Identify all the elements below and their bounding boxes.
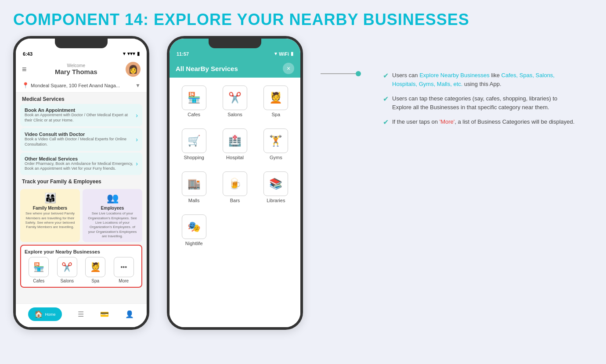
note-2-text: Users can tap these categories (say, caf… xyxy=(392,94,557,111)
nearby-spa[interactable]: 💆 Spa xyxy=(258,82,294,121)
phone2-notch xyxy=(209,39,261,48)
medical-item-2[interactable]: Video Consult with Doctor Book a Video C… xyxy=(20,128,142,150)
nav-list[interactable]: ☰ xyxy=(78,310,84,318)
nearby-gyms-label: Gyms xyxy=(270,155,282,160)
nearby-shopping-label: Shopping xyxy=(184,155,204,160)
wallet-icon: 💳 xyxy=(100,310,109,318)
medical-item-3-desc: Order Pharmacy, Book an Ambulance for Me… xyxy=(25,161,136,171)
nearby-bars-icon: 🍺 xyxy=(223,171,247,196)
note-2: ✔ Users can tap these categories (say, c… xyxy=(383,94,584,111)
explore-section: Explore your Nearby Businesses 🏪 Cafes ✂… xyxy=(20,245,142,288)
track-section-title: Track your Family & Employees xyxy=(16,175,147,186)
phone1-header: ≡ Welcome Mary Thomas 👩 xyxy=(16,59,147,80)
nearby-libraries-label: Libraries xyxy=(267,198,285,203)
phone2-battery-icon: ▮ xyxy=(291,51,293,57)
family-card-2[interactable]: 👥 Employees See Live Locations of your O… xyxy=(83,189,142,242)
medical-item-2-title: Video Consult with Doctor xyxy=(25,132,136,137)
check-icon-3: ✔ xyxy=(383,118,389,126)
note-1-highlight-1: Explore Nearby Businesses xyxy=(419,72,490,79)
medical-item-3-title: Other Medical Services xyxy=(25,156,136,161)
nearby-malls[interactable]: 🏬 Malls xyxy=(176,168,212,207)
family-card-1-title: Family Members xyxy=(24,206,76,211)
modal-header: All NearBy Services × xyxy=(170,59,300,78)
phone2-wifi-icon: WiFi xyxy=(279,51,289,57)
note-3: ✔ If the user taps on 'More', a list of … xyxy=(383,118,584,126)
bottom-nav: 🏠 Home ☰ 💳 👤 xyxy=(16,303,147,327)
phone1-screen: 6:43 ▾ ▾▾▾ ▮ ≡ Welcome Mary Thomas 👩 xyxy=(16,39,147,327)
explore-salons[interactable]: ✂️ Salons xyxy=(57,257,77,283)
cafes-label: Cafes xyxy=(33,278,44,283)
nav-profile[interactable]: 👤 xyxy=(125,310,134,318)
header-center: Welcome Mary Thomas xyxy=(55,63,97,75)
nearby-nightlife[interactable]: 🎭 Nightlife xyxy=(176,211,212,250)
medical-item-1-text: Book An Appointment Book an Appointment … xyxy=(25,107,136,123)
nav-home[interactable]: 🏠 Home xyxy=(28,307,61,321)
chevron-down-icon: ▼ xyxy=(135,82,141,89)
medical-item-1-desc: Book an Appointment with Doctor / Other … xyxy=(25,113,136,123)
check-icon-1: ✔ xyxy=(383,71,389,80)
phone2-screen: 11:57 ▾ WiFi ▮ All NearBy Services × xyxy=(170,39,300,327)
explore-icons: 🏪 Cafes ✂️ Salons 💆 Spa ••• xyxy=(25,257,138,283)
medical-item-3-text: Other Medical Services Order Pharmacy, B… xyxy=(25,156,136,171)
phone2-signal-icon: ▾ xyxy=(274,51,277,57)
nearby-bars[interactable]: 🍺 Bars xyxy=(216,168,253,207)
arrow-icon-2: › xyxy=(136,136,138,143)
nearby-salons-icon: ✂️ xyxy=(223,86,247,110)
hamburger-icon[interactable]: ≡ xyxy=(22,65,27,74)
nearby-salons[interactable]: ✂️ Salons xyxy=(216,82,253,121)
family-section: 👨‍👩‍👧 Family Members See where your belo… xyxy=(16,189,147,242)
salons-icon: ✂️ xyxy=(57,257,77,277)
avatar: 👩 xyxy=(126,62,141,77)
medical-item-3[interactable]: Other Medical Services Order Pharmacy, B… xyxy=(20,153,142,175)
note-3-highlight: 'More' xyxy=(440,118,455,125)
welcome-text: Welcome xyxy=(55,63,97,68)
nav-home-label: Home xyxy=(45,312,55,317)
battery-icon: ▮ xyxy=(137,51,140,57)
explore-cafes[interactable]: 🏪 Cafes xyxy=(29,257,49,283)
connector-dot xyxy=(356,71,361,76)
nearby-salons-label: Salons xyxy=(227,112,242,117)
phone1-notch xyxy=(55,39,108,48)
nearby-spa-icon: 💆 xyxy=(263,86,288,110)
phone1-time: 6:43 xyxy=(23,51,32,57)
profile-icon: 👤 xyxy=(125,310,134,318)
cafes-icon: 🏪 xyxy=(29,257,49,277)
signal-icon: ▾▾▾ xyxy=(127,51,135,57)
phone1-status-icons: ▾ ▾▾▾ ▮ xyxy=(123,51,140,57)
close-button[interactable]: × xyxy=(283,63,294,74)
nearby-libraries[interactable]: 📚 Libraries xyxy=(258,168,294,207)
nearby-shopping[interactable]: 🛒 Shopping xyxy=(176,125,212,164)
nav-wallet[interactable]: 💳 xyxy=(100,310,109,318)
more-label: More xyxy=(119,278,129,283)
medical-section-title: Medical Services xyxy=(16,93,147,104)
nearby-gyms[interactable]: 🏋️ Gyms xyxy=(258,125,294,164)
phone2-status-icons: ▾ WiFi ▮ xyxy=(274,51,293,57)
nearby-hospital-icon: 🏥 xyxy=(223,128,247,153)
phone1-wrapper: 6:43 ▾ ▾▾▾ ▮ ≡ Welcome Mary Thomas 👩 xyxy=(13,36,149,330)
nearby-hospital-label: Hospital xyxy=(226,155,244,160)
modal-body: 🏪 Cafes ✂️ Salons 💆 Spa 🛒 xyxy=(170,78,300,327)
note-1: ✔ Users can Explore Nearby Businesses li… xyxy=(383,71,584,88)
spa-label: Spa xyxy=(91,278,99,283)
explore-more[interactable]: ••• More xyxy=(114,257,134,283)
nearby-cafes-icon: 🏪 xyxy=(182,86,206,110)
nearby-nightlife-icon: 🎭 xyxy=(182,214,206,239)
nearby-hospital[interactable]: 🏥 Hospital xyxy=(216,125,253,164)
connector-line xyxy=(321,73,356,74)
location-bar[interactable]: 📍 Mondeal Square, 100 Feet Anand Naga...… xyxy=(16,80,147,93)
nearby-gyms-icon: 🏋️ xyxy=(263,128,288,153)
arrow-icon-1: › xyxy=(136,112,138,119)
nearby-grid: 🏪 Cafes ✂️ Salons 💆 Spa 🛒 xyxy=(176,82,294,250)
medical-item-1-title: Book An Appointment xyxy=(25,107,136,113)
location-text: Mondeal Square, 100 Feet Anand Naga... xyxy=(31,83,133,88)
phone2-wrapper: 11:57 ▾ WiFi ▮ All NearBy Services × xyxy=(167,36,303,330)
modal-title: All NearBy Services xyxy=(176,65,238,72)
salons-label: Salons xyxy=(60,278,74,283)
family-card-1[interactable]: 👨‍👩‍👧 Family Members See where your belo… xyxy=(20,189,80,242)
nearby-malls-label: Malls xyxy=(188,198,200,203)
nearby-cafes[interactable]: 🏪 Cafes xyxy=(176,82,212,121)
medical-item-2-desc: Book a Video Call with Doctor / Medical … xyxy=(25,137,136,147)
explore-spa[interactable]: 💆 Spa xyxy=(85,257,105,283)
medical-item-1[interactable]: Book An Appointment Book an Appointment … xyxy=(20,104,142,126)
medical-list: Book An Appointment Book an Appointment … xyxy=(16,104,147,175)
